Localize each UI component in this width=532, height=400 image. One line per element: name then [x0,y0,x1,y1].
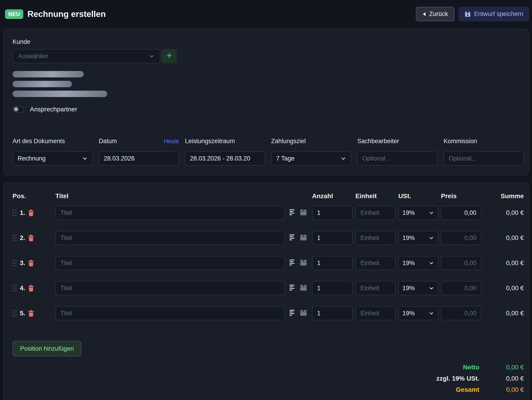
save-draft-button[interactable]: Entwurf speichern [459,7,529,21]
payment-terms-select[interactable]: 7 Tage [271,151,352,166]
vat-select[interactable]: 19% [398,256,438,270]
description-lines-icon[interactable] [290,259,297,267]
customer-skeleton-placeholder [13,71,524,97]
position-row: 3. 19% 0,00 € [13,256,524,270]
skeleton-bar [13,71,84,77]
title-input[interactable] [55,206,285,220]
title-input[interactable] [55,256,285,270]
totals-section: Netto 0,00 € zzgl. 19% USt. 0,00 € Gesam… [13,364,524,395]
delete-row-button[interactable] [28,260,34,266]
doc-type-value: Rechnung [18,155,46,162]
header-vat: USt. [398,193,441,200]
trash-icon [28,210,34,216]
price-input[interactable] [441,256,481,270]
trash-icon [28,285,34,291]
today-link[interactable]: Heute [164,138,179,144]
unit-input[interactable] [355,306,396,320]
package-icon[interactable] [300,284,307,292]
drag-handle-icon[interactable] [13,209,17,216]
customer-select-value: Auswählen [18,53,48,60]
gross-label: Gesamt [456,386,479,393]
unit-input[interactable] [355,231,396,245]
price-input[interactable] [441,231,481,245]
drag-handle-icon[interactable] [13,234,17,241]
service-period-input[interactable] [185,151,265,166]
unit-input[interactable] [355,281,396,295]
net-value: 0,00 € [479,364,524,371]
skeleton-bar [13,81,72,87]
chevron-down-icon [429,310,434,316]
header-qty: Anzahl [312,193,355,200]
quantity-input[interactable] [312,306,353,320]
quantity-input[interactable] [312,231,353,245]
price-input[interactable] [441,281,481,295]
quantity-input[interactable] [312,281,353,295]
customer-select[interactable]: Auswählen [13,49,160,63]
unit-input[interactable] [355,256,396,270]
row-number: 3. [20,259,25,267]
row-sum: 0,00 € [481,259,524,267]
chevron-down-icon [429,285,434,291]
payment-terms-label: Zahlungsziel [271,138,306,145]
delete-row-button[interactable] [28,235,34,241]
row-number: 2. [20,234,25,242]
toggle-knob [14,107,18,111]
clerk-input[interactable] [357,151,437,166]
vat-value: 19% [402,234,415,242]
delete-row-button[interactable] [28,310,34,317]
clerk-label: Sachbearbeiter [357,138,399,145]
add-position-button[interactable]: Position hinzufügen [13,341,82,356]
row-sum: 0,00 € [481,284,524,292]
net-label: Netto [463,364,479,371]
save-draft-label: Entwurf speichern [474,11,523,18]
drag-handle-icon[interactable] [13,260,17,266]
vat-select[interactable]: 19% [398,231,438,245]
neu-badge: NEU [5,9,23,19]
row-sum: 0,00 € [481,310,524,317]
package-icon[interactable] [300,310,307,317]
drag-handle-icon[interactable] [13,310,17,317]
quantity-input[interactable] [312,256,353,270]
row-number: 1. [20,209,25,216]
description-lines-icon[interactable] [290,284,297,292]
customer-label: Kunde [13,38,524,45]
vat-select[interactable]: 19% [398,306,438,320]
date-label: Datum [99,138,117,145]
price-input[interactable] [441,306,481,320]
position-row: 2. 19% 0,00 € [13,231,524,245]
title-input[interactable] [55,231,285,245]
package-icon[interactable] [300,259,307,267]
doc-type-select[interactable]: Rechnung [13,151,93,166]
price-input[interactable] [441,206,481,220]
vat-select[interactable]: 19% [398,206,438,220]
payment-terms-value: 7 Tage [276,155,295,162]
delete-row-button[interactable] [28,210,34,216]
package-icon[interactable] [300,209,307,216]
description-lines-icon[interactable] [290,234,297,242]
vat-total-value: 0,00 € [479,375,524,382]
drag-handle-icon[interactable] [13,285,17,291]
vat-value: 19% [402,209,415,216]
row-sum: 0,00 € [481,234,524,242]
unit-input[interactable] [355,206,396,220]
description-lines-icon[interactable] [290,209,297,216]
gross-value: 0,00 € [479,386,524,393]
add-customer-button[interactable]: + [162,49,177,63]
title-input[interactable] [55,281,285,295]
commission-input[interactable] [443,151,524,166]
title-input[interactable] [55,306,285,320]
header-unit: Einheit [355,193,398,200]
vat-total-label: zzgl. 19% USt. [437,375,479,382]
row-number: 5. [20,310,25,317]
description-lines-icon[interactable] [290,310,297,317]
back-button[interactable]: Zurück [416,7,454,21]
delete-row-button[interactable] [28,285,34,291]
vat-select[interactable]: 19% [398,281,438,295]
vat-value: 19% [402,285,415,292]
contact-person-toggle[interactable] [13,106,24,113]
date-input[interactable] [99,151,179,166]
chevron-down-icon [82,155,88,161]
vat-value: 19% [402,260,415,267]
quantity-input[interactable] [312,206,353,220]
package-icon[interactable] [300,234,307,242]
